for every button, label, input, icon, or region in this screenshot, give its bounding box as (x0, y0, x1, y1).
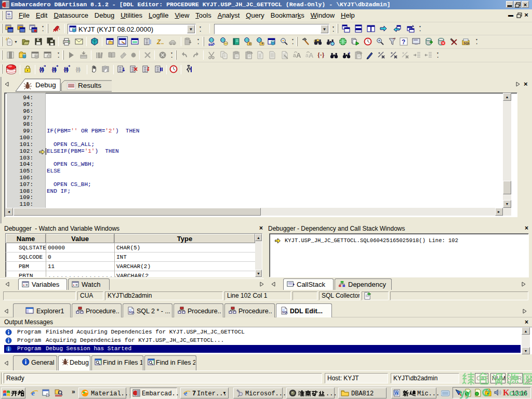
svg-text:SQL: SQL (282, 311, 288, 314)
svg-text:so: so (7, 12, 10, 16)
svg-text:W: W (394, 390, 398, 395)
svg-text:B: B (41, 67, 45, 72)
svg-text:?: ? (402, 38, 405, 46)
svg-text:B: B (65, 67, 69, 72)
svg-text:B: B (77, 67, 81, 72)
svg-text:sql: sql (208, 43, 214, 46)
svg-text:Z: Z (156, 38, 161, 46)
svg-text:B: B (54, 67, 57, 72)
svg-text:{·}: {·} (317, 51, 325, 59)
svg-text:SQL: SQL (463, 42, 470, 45)
svg-text:SQL: SQL (129, 311, 135, 314)
svg-text:A: A (309, 51, 314, 59)
svg-text:A: A (296, 51, 301, 59)
